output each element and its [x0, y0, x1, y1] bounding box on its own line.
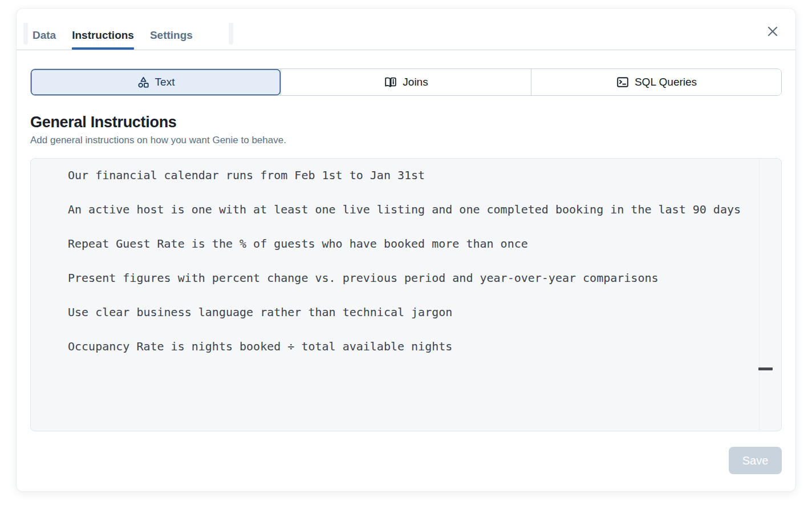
general-instructions-textarea[interactable]: Our financial calendar runs from Feb 1st…	[30, 158, 782, 431]
scrollbar-thumb[interactable]	[758, 367, 773, 370]
tab-instructions[interactable]: Instructions	[72, 21, 134, 50]
instruction-line: Repeat Guest Rate is the % of guests who…	[68, 235, 758, 252]
page-description: Add general instructions on how you want…	[30, 135, 782, 146]
modal-footer: Save	[30, 447, 782, 474]
tab-data[interactable]: Data	[33, 21, 56, 50]
instruction-line: An active host is one with at least one …	[68, 201, 758, 218]
segment-joins[interactable]: Joins	[281, 69, 531, 95]
instruction-line: Occupancy Rate is nights booked ÷ total …	[68, 338, 758, 355]
shapes-icon	[137, 76, 150, 89]
terminal-icon	[616, 75, 630, 89]
tab-settings[interactable]: Settings	[150, 21, 193, 50]
instruction-line: Use clear business language rather than …	[68, 304, 758, 321]
tab-list: Data Instructions Settings	[33, 21, 193, 50]
page-title: General Instructions	[30, 114, 782, 131]
segment-sql-queries[interactable]: SQL Queries	[531, 69, 781, 95]
modal-tab-bar: Data Instructions Settings	[17, 9, 795, 50]
genie-settings-modal: Data Instructions Settings	[16, 8, 796, 492]
close-icon	[766, 25, 779, 38]
segment-label: SQL Queries	[635, 76, 697, 88]
tab-scroll-shadow-right	[229, 23, 233, 45]
instruction-line: Our financial calendar runs from Feb 1st…	[68, 167, 758, 184]
segment-label: Joins	[403, 76, 428, 88]
book-info-icon	[384, 75, 397, 89]
instruction-type-switcher: Text Joins	[30, 68, 782, 96]
close-button[interactable]	[764, 22, 782, 41]
scrollbar-track	[759, 159, 760, 430]
save-button[interactable]: Save	[729, 447, 782, 474]
modal-content: Text Joins	[17, 68, 795, 474]
segment-text[interactable]: Text	[31, 69, 281, 95]
instruction-line: Present figures with percent change vs. …	[68, 269, 758, 286]
segment-label: Text	[155, 76, 175, 88]
tab-scroll-shadow-left	[23, 23, 28, 45]
